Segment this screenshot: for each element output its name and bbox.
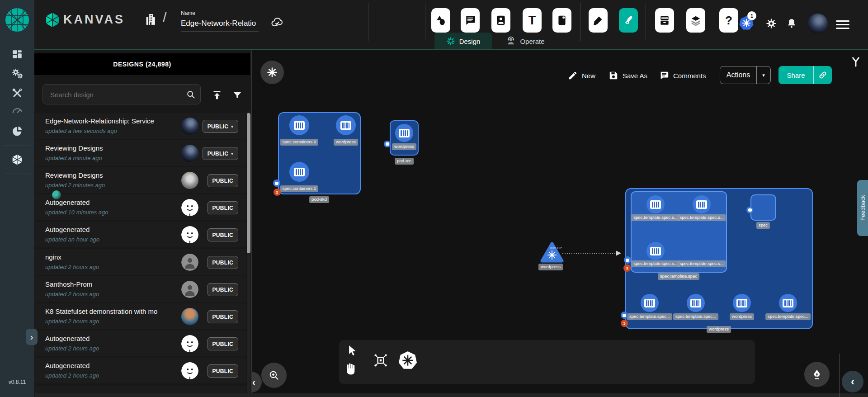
- container-node[interactable]: [646, 195, 665, 213]
- list-item[interactable]: nginx updated 2 hours ago PUBLIC: [35, 249, 246, 275]
- lifecycle-gears-icon[interactable]: [11, 68, 23, 80]
- error-badge[interactable]: 3: [623, 265, 631, 272]
- filter-icon[interactable]: [232, 90, 243, 101]
- visibility-badge[interactable]: PUBLIC: [208, 201, 238, 214]
- list-item-partial[interactable]: [35, 386, 246, 393]
- note-tool[interactable]: [552, 8, 571, 33]
- list-item[interactable]: Autogenerated updated 2 hours ago PUBLIC: [35, 331, 246, 356]
- freehand-brush-tool[interactable]: [619, 8, 638, 33]
- notifications-bell-icon[interactable]: [786, 18, 797, 29]
- service-node[interactable]: [540, 241, 564, 263]
- container-node[interactable]: [336, 115, 356, 135]
- feedback-tab[interactable]: Feedback: [857, 180, 868, 236]
- text-tool[interactable]: T: [523, 8, 542, 33]
- visibility-badge[interactable]: PUBLIC: [208, 283, 238, 296]
- container-node[interactable]: [693, 195, 711, 213]
- spec-node[interactable]: [750, 194, 776, 221]
- select-cursor-tool[interactable]: [345, 344, 358, 357]
- pod-badge-icon[interactable]: [273, 180, 280, 187]
- kanvas-logo-icon[interactable]: [45, 12, 60, 29]
- container-node[interactable]: [641, 294, 659, 312]
- settings-gear-icon[interactable]: [765, 18, 777, 29]
- expand-sidebar-button[interactable]: ›: [26, 329, 38, 345]
- tab-operate[interactable]: Operate: [495, 33, 556, 50]
- container-node[interactable]: [779, 294, 797, 312]
- search-icon[interactable]: [186, 90, 196, 99]
- owner-avatar[interactable]: [181, 226, 198, 243]
- owner-avatar[interactable]: [181, 145, 198, 162]
- caret-down-icon[interactable]: ▾: [757, 66, 770, 84]
- menu-icon[interactable]: [836, 18, 849, 31]
- components-tool[interactable]: [373, 353, 388, 368]
- owner-avatar[interactable]: [181, 308, 198, 325]
- pod-badge-icon[interactable]: [384, 141, 391, 147]
- list-item[interactable]: Reviewing Designs updated 2 minutes ago …: [35, 167, 246, 193]
- owner-avatar[interactable]: [181, 254, 198, 271]
- user-avatar[interactable]: [808, 14, 828, 33]
- container-node[interactable]: [289, 115, 309, 135]
- visibility-badge[interactable]: PUBLIC: [208, 364, 238, 378]
- media-tool[interactable]: [491, 8, 510, 33]
- design-name-input[interactable]: [181, 18, 259, 32]
- cluster-context-button[interactable]: [260, 61, 284, 84]
- comments-button[interactable]: Comments: [659, 69, 706, 82]
- performance-gauge-icon[interactable]: [11, 104, 23, 116]
- zoom-button[interactable]: [261, 363, 287, 388]
- pod-badge-icon[interactable]: [621, 312, 628, 319]
- drawer-tool[interactable]: [655, 8, 674, 33]
- share-button[interactable]: Share: [778, 66, 832, 84]
- owner-avatar[interactable]: [181, 281, 198, 298]
- error-badge[interactable]: 2: [274, 189, 281, 196]
- error-badge[interactable]: 3: [621, 320, 628, 327]
- list-item[interactable]: Edge-Network-Relationship: Service updat…: [35, 113, 246, 139]
- organization-building-icon[interactable]: [144, 13, 157, 26]
- search-input[interactable]: [49, 85, 182, 105]
- pan-hand-tool[interactable]: [344, 362, 358, 376]
- owner-avatar[interactable]: [181, 172, 198, 189]
- pod-badge-icon[interactable]: [746, 207, 753, 213]
- list-item[interactable]: Santhosh-Prom updated 2 hours ago PUBLIC: [35, 276, 246, 302]
- container-node[interactable]: [646, 242, 665, 260]
- horizontal-scrollbar[interactable]: [35, 393, 868, 397]
- list-item[interactable]: K8 Statefulset demonstration with mo upd…: [35, 303, 246, 329]
- visibility-badge[interactable]: PUBLIC: [208, 310, 238, 323]
- container-node[interactable]: [395, 124, 413, 142]
- list-item[interactable]: Reviewing Designs updated a minute ago P…: [35, 140, 246, 166]
- visibility-badge[interactable]: PUBLIC: [208, 228, 238, 241]
- extensions-icon[interactable]: [11, 125, 23, 137]
- help-tool[interactable]: ?: [719, 8, 738, 33]
- pen-mode-button[interactable]: [804, 362, 830, 387]
- container-node[interactable]: [687, 294, 705, 312]
- owner-avatar[interactable]: [181, 199, 198, 216]
- visibility-badge[interactable]: PUBLIC▾: [203, 120, 238, 133]
- collapse-right-button[interactable]: ‹: [842, 371, 863, 392]
- configuration-tools-icon[interactable]: [11, 87, 23, 99]
- save-as-button[interactable]: Save As: [609, 69, 647, 82]
- comment-tool[interactable]: [461, 8, 480, 33]
- owner-avatar[interactable]: [181, 335, 198, 352]
- owner-avatar[interactable]: [181, 118, 198, 135]
- import-design-icon[interactable]: [211, 90, 223, 101]
- layers-tool[interactable]: [686, 8, 705, 33]
- tab-design[interactable]: Design: [434, 33, 492, 50]
- owner-avatar[interactable]: [181, 362, 198, 379]
- pen-tool[interactable]: [589, 8, 608, 33]
- kanvas-hexagon-icon[interactable]: [11, 154, 23, 165]
- kubernetes-tool[interactable]: [398, 350, 418, 371]
- pod-badge-icon[interactable]: [624, 256, 631, 264]
- visibility-badge[interactable]: PUBLIC: [208, 174, 238, 187]
- new-button[interactable]: New: [568, 69, 595, 82]
- visibility-badge[interactable]: PUBLIC▾: [203, 147, 238, 160]
- container-node[interactable]: [733, 294, 751, 312]
- copy-link-icon[interactable]: [814, 66, 832, 84]
- visibility-badge[interactable]: PUBLIC: [208, 337, 238, 350]
- visibility-badge[interactable]: PUBLIC: [208, 256, 238, 269]
- actions-button[interactable]: Actions ▾: [720, 66, 771, 84]
- list-item[interactable]: Autogenerated updated 2 hours ago PUBLIC: [35, 358, 246, 383]
- list-item[interactable]: Autogenerated updated an hour ago PUBLIC: [35, 222, 246, 247]
- y-branch-icon[interactable]: [850, 56, 862, 68]
- container-node[interactable]: [289, 162, 309, 182]
- dashboard-icon[interactable]: [11, 48, 23, 60]
- meshery-logo-icon[interactable]: [5, 8, 29, 32]
- shapes-tool[interactable]: [431, 8, 450, 33]
